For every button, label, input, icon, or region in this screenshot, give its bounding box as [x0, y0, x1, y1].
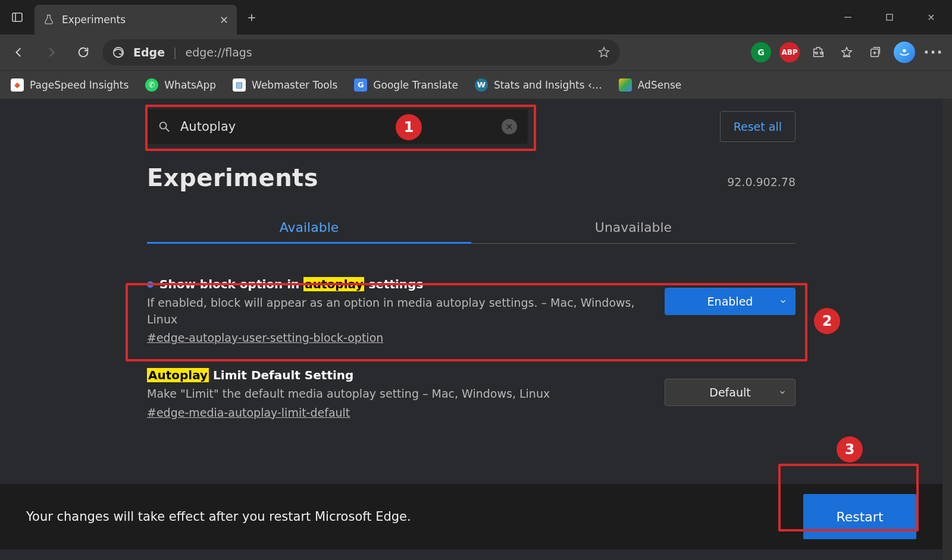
address-bar[interactable]: Edge | edge://flags [102, 39, 620, 65]
flag-description: If enabled, block will appear as an opti… [147, 295, 650, 328]
bookmark-favicon: ▤ [233, 78, 246, 92]
nav-forward-button[interactable] [38, 39, 64, 65]
bookmarks-bar: ◆ PageSpeed Insights ✆ WhatsApp ▤ Webmas… [0, 70, 952, 99]
bookmark-label: WhatsApp [164, 79, 216, 91]
address-bar-separator: | [173, 46, 177, 59]
bookmark-label: Google Translate [373, 79, 458, 91]
title-bar: Experiments ✕ ＋ ✕ [0, 0, 952, 34]
window-close-button[interactable]: ✕ [910, 0, 952, 34]
flag-title: Show block option in autoplay settings [147, 277, 650, 291]
window-maximize-button[interactable] [869, 0, 910, 34]
restart-button[interactable]: Restart [803, 494, 916, 539]
chevron-down-icon [779, 297, 787, 306]
page-title: Experiments [147, 164, 318, 191]
nav-refresh-button[interactable] [70, 39, 96, 65]
bookmark-item[interactable]: AdSense [619, 78, 681, 92]
flags-search-input[interactable]: Autoplay ✕ [147, 109, 528, 144]
tab-title: Experiments [62, 14, 126, 26]
flag-row: Show block option in autoplay settings I… [147, 262, 796, 353]
bookmark-item[interactable]: ✆ WhatsApp [145, 78, 216, 92]
chevron-down-icon [778, 388, 787, 397]
modified-dot-icon [147, 281, 154, 288]
bookmark-favicon [619, 78, 632, 92]
svg-line-12 [166, 128, 170, 132]
search-clear-button[interactable]: ✕ [502, 119, 517, 134]
tab-actions-button[interactable] [0, 0, 35, 34]
tab-available-label: Available [280, 220, 339, 235]
bookmark-label: AdSense [638, 79, 681, 91]
reset-all-button[interactable]: Reset all [720, 111, 796, 142]
svg-point-11 [160, 122, 167, 129]
flag-state-value: Enabled [707, 295, 753, 308]
flags-tabs: Available Unavailable [147, 212, 796, 244]
extensions-button[interactable] [808, 42, 828, 62]
bookmark-item[interactable]: ▤ Webmaster Tools [233, 78, 337, 92]
bookmark-favicon: ◆ [11, 78, 24, 92]
bookmark-label: Webmaster Tools [252, 79, 337, 91]
nav-back-button[interactable] [6, 39, 32, 65]
restart-bar: Your changes will take effect after you … [0, 484, 942, 549]
flag-state-value: Default [709, 386, 750, 399]
bookmark-favicon: W [475, 78, 488, 92]
search-value: Autoplay [180, 119, 236, 134]
window-minimize-button[interactable] [827, 0, 869, 34]
bookmark-favicon: ✆ [145, 78, 158, 92]
flag-description: Make "Limit" the default media autoplay … [147, 386, 650, 402]
tab-unavailable-label: Unavailable [595, 220, 672, 235]
bookmark-label: PageSpeed Insights [30, 79, 129, 91]
bookmark-item[interactable]: G Google Translate [354, 78, 458, 92]
restart-message: Your changes will take effect after you … [26, 509, 411, 524]
flag-state-select[interactable]: Default [665, 379, 796, 406]
flag-title: Autoplay Limit Default Setting [147, 368, 650, 382]
bookmark-label: Stats and Insights ‹… [494, 79, 602, 91]
collections-button[interactable] [865, 42, 885, 62]
flag-anchor-link[interactable]: #edge-autoplay-user-setting-block-option [147, 331, 383, 344]
window-controls: ✕ [827, 0, 952, 34]
favorites-button[interactable] [837, 42, 857, 62]
browser-tab[interactable]: Experiments ✕ [35, 5, 237, 34]
bookmark-favicon: G [354, 78, 367, 92]
svg-rect-0 [12, 13, 22, 21]
new-tab-button[interactable]: ＋ [237, 0, 267, 34]
version-label: 92.0.902.78 [727, 175, 796, 188]
toolbar: Edge | edge://flags G ABP ··· [0, 34, 952, 70]
highlight: autoplay [303, 277, 364, 291]
svg-point-10 [903, 49, 906, 53]
scrollbar-track[interactable] [942, 99, 952, 560]
tab-available[interactable]: Available [147, 212, 471, 243]
edge-logo-icon [112, 46, 125, 59]
svg-rect-4 [887, 14, 892, 20]
flask-icon [43, 14, 55, 26]
favorite-star-button[interactable] [597, 46, 610, 59]
address-bar-url: edge://flags [185, 46, 252, 59]
tab-close-button[interactable]: ✕ [220, 14, 228, 26]
tab-unavailable[interactable]: Unavailable [471, 212, 796, 243]
tab-actions-icon [11, 11, 23, 23]
toolbar-right: G ABP ··· [751, 42, 946, 63]
flag-state-select[interactable]: Enabled [665, 288, 796, 315]
extension-abp-icon[interactable]: ABP [779, 42, 800, 62]
bookmark-item[interactable]: W Stats and Insights ‹… [475, 78, 602, 92]
restart-button-label: Restart [836, 509, 883, 524]
bookmark-item[interactable]: ◆ PageSpeed Insights [11, 78, 129, 92]
more-menu-button[interactable]: ··· [923, 42, 944, 62]
flag-row: Autoplay Limit Default Setting Make "Lim… [147, 353, 796, 427]
extension-grammarly-icon[interactable]: G [751, 42, 771, 62]
search-icon [158, 120, 171, 133]
flag-anchor-link[interactable]: #edge-media-autoplay-limit-default [147, 406, 350, 419]
address-bar-scheme: Edge [133, 46, 165, 59]
profile-avatar-button[interactable] [894, 42, 915, 63]
reset-all-label: Reset all [734, 120, 782, 133]
highlight: Autoplay [147, 368, 209, 382]
